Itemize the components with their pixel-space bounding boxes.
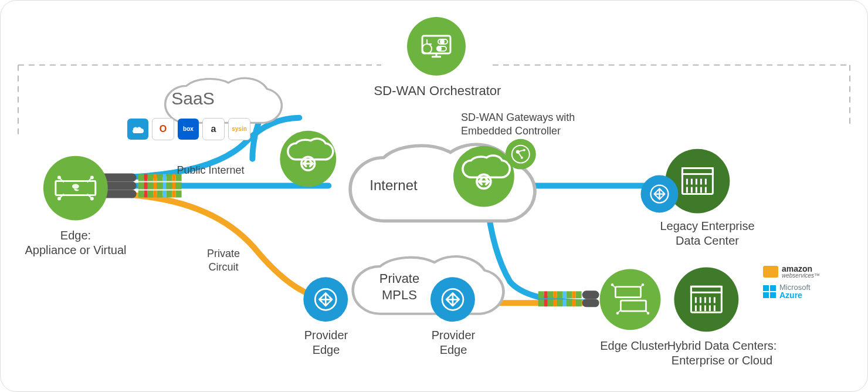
private-circuit-label: Private Circuit <box>188 247 259 273</box>
saas-icon-box: box <box>178 119 199 140</box>
azure-line2: Azure <box>779 291 811 299</box>
hybrid-dc-label: Hybrid Data Centers: Enterprise or Cloud <box>657 339 786 368</box>
edge-node <box>43 156 108 221</box>
provider-edge-left-node <box>303 277 348 322</box>
edge-label: Edge: Appliance or Virtual <box>11 228 140 258</box>
hybrid-dc-node <box>674 267 738 332</box>
saas-icon-salesforce <box>127 119 148 140</box>
svg-point-53 <box>506 139 536 170</box>
aws-icon <box>763 266 778 278</box>
svg-point-50 <box>407 17 466 76</box>
saas-icon-sysin: sysin <box>228 118 250 140</box>
orchestrator-label: SD-WAN Orchestrator <box>352 83 523 99</box>
saas-label: SaaS <box>158 87 228 110</box>
internet-hub-node <box>280 131 336 187</box>
provider-edge-right-label: Provider Edge <box>418 328 489 357</box>
saas-icon-office: O <box>152 118 174 140</box>
aws-line2: webservices™ <box>782 273 820 279</box>
legacy-dc-node <box>641 149 730 214</box>
edge-cluster-node <box>600 269 661 330</box>
aws-line1: amazon <box>782 265 820 273</box>
azure-badge: Microsoft Azure <box>763 283 811 299</box>
orchestrator-node <box>407 17 466 76</box>
legacy-dc-label: Legacy Enterprise Data Center <box>640 219 775 248</box>
saas-icon-row: Oboxasysin <box>127 118 250 140</box>
svg-point-59 <box>600 269 661 330</box>
aws-badge: amazon webservices™ <box>763 265 820 279</box>
svg-point-60 <box>674 267 738 332</box>
cloud-vendor-badges: amazon webservices™ Microsoft Azure <box>763 265 820 299</box>
internet-label: Internet <box>352 177 435 194</box>
saas-icon-aws: a <box>202 118 225 140</box>
azure-icon <box>763 285 776 298</box>
gateways-label: SD-WAN Gateways with Embedded Controller <box>461 111 613 137</box>
diagram-canvas: SD-WAN Orchestrator SaaS Internet Privat… <box>0 0 868 392</box>
private-mpls-label: Private MPLS <box>358 271 440 303</box>
public-internet-label: Public Internet <box>164 164 257 177</box>
provider-edge-left-label: Provider Edge <box>291 328 361 357</box>
